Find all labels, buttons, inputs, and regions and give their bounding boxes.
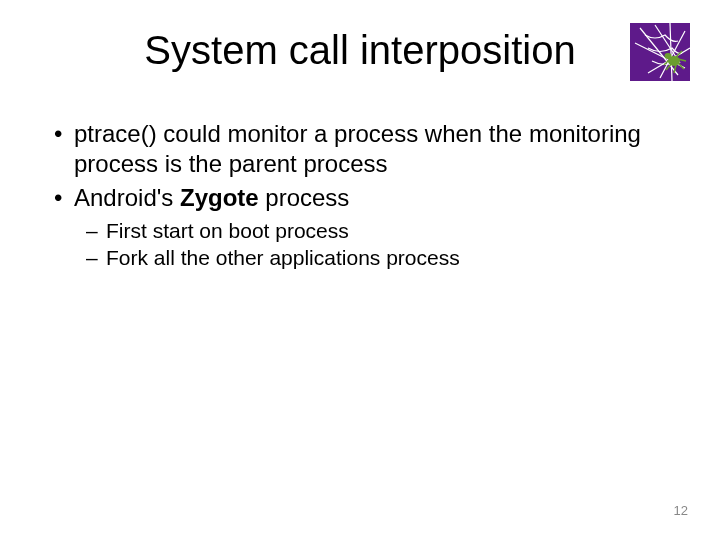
slide-title: System call interposition xyxy=(90,28,630,73)
slide-content: ptrace() could monitor a process when th… xyxy=(0,81,720,272)
bullet-text-prefix: Android's xyxy=(74,184,180,211)
page-number: 12 xyxy=(674,503,688,518)
bullet-text-bold: Zygote xyxy=(180,184,259,211)
sub-bullet-item: First start on boot process xyxy=(50,217,670,244)
bullet-item: ptrace() could monitor a process when th… xyxy=(50,119,670,179)
bullet-item: Android's Zygote process xyxy=(50,183,670,213)
spider-web-logo-icon xyxy=(630,23,690,81)
svg-point-8 xyxy=(665,53,672,59)
sub-bullet-item: Fork all the other applications process xyxy=(50,244,670,271)
bullet-text-suffix: process xyxy=(259,184,350,211)
